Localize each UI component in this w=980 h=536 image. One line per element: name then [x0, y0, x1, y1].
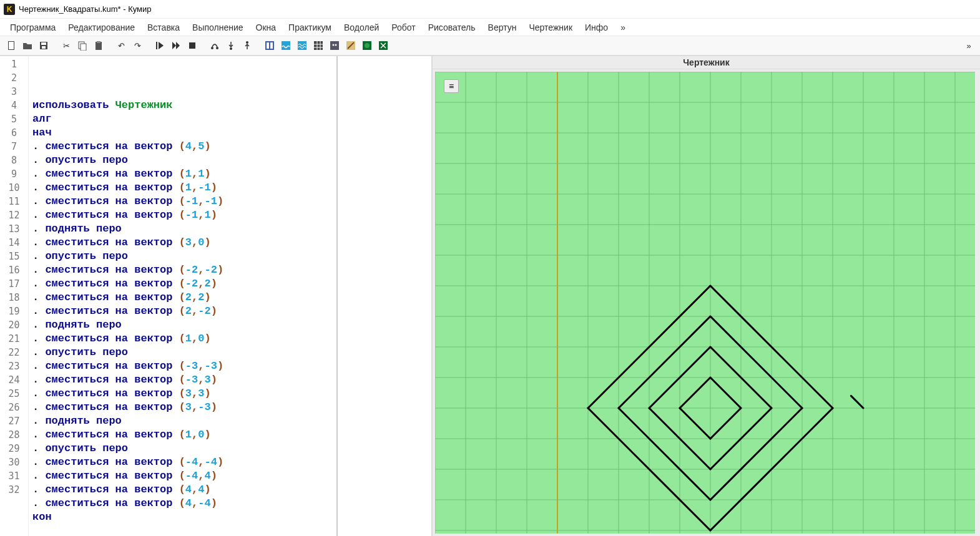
menu-item-10[interactable]: Чертежник: [524, 21, 577, 34]
code-line[interactable]: . сместиться на вектор (4,-4): [32, 497, 428, 510]
actor-robot-icon[interactable]: [327, 38, 342, 53]
copy-icon[interactable]: [75, 38, 90, 53]
code-line[interactable]: . поднять перо: [32, 222, 428, 236]
line-number: 8: [0, 153, 28, 167]
open-file-icon[interactable]: [20, 38, 35, 53]
redo-icon[interactable]: ↷: [130, 38, 145, 53]
window-title: Чертежник_Квадраты.kum* - Кумир: [19, 4, 152, 14]
menu-item-0[interactable]: Программа: [5, 21, 61, 34]
svg-point-12: [216, 47, 218, 49]
menu-item-2[interactable]: Вставка: [142, 21, 185, 34]
code-line[interactable]: . поднять перо: [32, 318, 428, 332]
actor-drawer-icon[interactable]: [376, 38, 391, 53]
svg-point-22: [333, 44, 335, 46]
toolbar-overflow-icon[interactable]: »: [961, 38, 976, 53]
code-line[interactable]: . опустить перо: [32, 346, 428, 359]
canvas-menu-icon[interactable]: ≡: [444, 79, 459, 93]
line-number: 9: [0, 167, 28, 181]
code-line[interactable]: . сместиться на вектор (3,-3): [32, 401, 428, 414]
code-line[interactable]: кон: [32, 510, 428, 524]
toolbar: ✂ ↶ ↷ »: [0, 36, 980, 56]
code-line[interactable]: . сместиться на вектор (1,0): [32, 428, 428, 442]
code-line[interactable]: . сместиться на вектор (4,4): [32, 483, 428, 497]
main-split: 1234567891011121314151617181920212223242…: [0, 56, 980, 536]
code-line[interactable]: . сместиться на вектор (-3,3): [32, 373, 428, 387]
save-file-icon[interactable]: [36, 38, 51, 53]
stop-icon[interactable]: [185, 38, 200, 53]
svg-rect-8: [97, 41, 100, 43]
svg-point-11: [211, 47, 213, 49]
menu-item-4[interactable]: Окна: [251, 21, 282, 34]
menu-item-6[interactable]: Водолей: [339, 21, 384, 34]
step-over-icon[interactable]: [207, 38, 222, 53]
code-line[interactable]: . сместиться на вектор (-4,-4): [32, 456, 428, 469]
code-line[interactable]: . сместиться на вектор (1,1): [32, 167, 428, 181]
code-line[interactable]: использовать Чертежник: [32, 99, 428, 112]
svg-point-23: [335, 44, 337, 46]
svg-rect-17: [270, 42, 273, 49]
code-line[interactable]: . сместиться на вектор (1,0): [32, 332, 428, 346]
menubar: ПрограммаРедактированиеВставкаВыполнение…: [0, 19, 980, 36]
line-number: 24: [0, 373, 28, 387]
actor-grid-icon[interactable]: [311, 38, 326, 53]
canvas-title: Чертежник: [433, 56, 980, 69]
svg-rect-10: [189, 42, 195, 49]
undo-icon[interactable]: ↶: [114, 38, 129, 53]
code-line[interactable]: . сместиться на вектор (-3,-3): [32, 359, 428, 373]
actor-painter-icon[interactable]: [343, 38, 358, 53]
menu-item-11[interactable]: Инфо: [580, 21, 613, 34]
code-line[interactable]: . поднять перо: [32, 414, 428, 428]
code-line[interactable]: [32, 524, 428, 536]
run-icon[interactable]: [152, 38, 167, 53]
line-number: 26: [0, 401, 28, 414]
line-number: 1: [0, 57, 28, 71]
svg-rect-3: [41, 42, 46, 45]
new-file-icon[interactable]: [4, 38, 19, 53]
code-line[interactable]: . сместиться на вектор (3,3): [32, 387, 428, 401]
svg-rect-9: [156, 42, 157, 49]
code-line[interactable]: алг: [32, 112, 428, 126]
menu-item-5[interactable]: Практикум: [283, 21, 336, 34]
line-number: 29: [0, 442, 28, 456]
menu-item-1[interactable]: Редактирование: [63, 21, 140, 34]
code-line[interactable]: . сместиться на вектор (2,2): [32, 291, 428, 305]
menu-item-3[interactable]: Выполнение: [187, 21, 248, 34]
actor-water-icon[interactable]: [278, 38, 293, 53]
line-number: 13: [0, 222, 28, 236]
drawing-canvas[interactable]: [435, 72, 975, 534]
code-line[interactable]: . сместиться на вектор (-1,1): [32, 208, 428, 222]
step-out-icon[interactable]: [240, 38, 255, 53]
code-line[interactable]: . сместиться на вектор (3,0): [32, 236, 428, 250]
step-into-icon[interactable]: [223, 38, 238, 53]
paste-icon[interactable]: [91, 38, 106, 53]
menu-item-8[interactable]: Рисователь: [423, 21, 481, 34]
code-line[interactable]: . опустить перо: [32, 153, 428, 167]
code-line[interactable]: . сместиться на вектор (2,-2): [32, 305, 428, 318]
code-line[interactable]: . сместиться на вектор (4,5): [32, 140, 428, 153]
line-number: 31: [0, 469, 28, 483]
code-line[interactable]: . опустить перо: [32, 442, 428, 456]
code-line[interactable]: . опустить перо: [32, 250, 428, 263]
svg-rect-4: [42, 46, 46, 49]
code-line[interactable]: . сместиться на вектор (-1,-1): [32, 195, 428, 208]
menu-item-12[interactable]: »: [615, 21, 630, 34]
svg-point-26: [365, 43, 370, 48]
code-line[interactable]: . сместиться на вектор (-2,2): [32, 277, 428, 291]
actor-1-icon[interactable]: [262, 38, 277, 53]
line-number: 16: [0, 263, 28, 277]
editor-vertical-splitter[interactable]: [336, 56, 338, 536]
line-number: 19: [0, 305, 28, 318]
line-number: 21: [0, 332, 28, 346]
actor-turtle-icon[interactable]: [360, 38, 375, 53]
code-line[interactable]: нач: [32, 126, 428, 140]
code-editor[interactable]: использовать Чертежникалгнач. сместиться…: [29, 56, 431, 536]
cut-icon[interactable]: ✂: [59, 38, 74, 53]
run-fast-icon[interactable]: [169, 38, 184, 53]
menu-item-9[interactable]: Вертун: [483, 21, 522, 34]
code-line[interactable]: . сместиться на вектор (-4,4): [32, 469, 428, 483]
actor-water2-icon[interactable]: [295, 38, 310, 53]
line-gutter: 1234567891011121314151617181920212223242…: [0, 56, 29, 536]
menu-item-7[interactable]: Робот: [386, 21, 420, 34]
code-line[interactable]: . сместиться на вектор (1,-1): [32, 181, 428, 195]
code-line[interactable]: . сместиться на вектор (-2,-2): [32, 263, 428, 277]
